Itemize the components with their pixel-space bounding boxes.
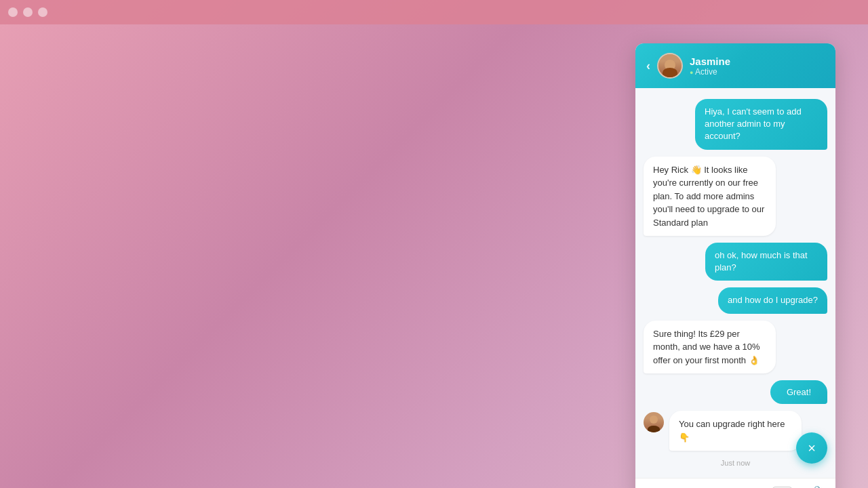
chat-input-area: GIF ☺ 📎 bbox=[635, 478, 835, 488]
message-bubble-agent-2: Sure thing! Its £29 per month, and we ha… bbox=[644, 321, 776, 374]
titlebar-dot-2 bbox=[23, 7, 33, 17]
great-button[interactable]: Great! bbox=[770, 380, 827, 404]
message-bubble-user-2: oh ok, how much is that plan? bbox=[705, 243, 827, 281]
message-timestamp: Just now bbox=[644, 459, 827, 467]
messages-container: Hiya, I can't seem to add another admin … bbox=[635, 88, 835, 478]
fab-close-button[interactable]: × bbox=[796, 432, 827, 464]
message-bubble-user-1: Hiya, I can't seem to add another admin … bbox=[695, 99, 827, 150]
titlebar bbox=[0, 0, 868, 24]
titlebar-dot-3 bbox=[38, 7, 47, 17]
agent-avatar bbox=[657, 53, 683, 79]
message-bubble-agent-1: Hey Rick 👋 It looks like you're currentl… bbox=[644, 157, 776, 237]
chat-header: ‹ Jasmine Active bbox=[635, 43, 835, 88]
agent-status: Active bbox=[690, 67, 825, 77]
message-bubble-agent-3: You can upgrade right here 👇 bbox=[669, 411, 802, 451]
emoji-icon[interactable]: ☺ bbox=[797, 486, 808, 488]
back-button[interactable]: ‹ bbox=[646, 59, 650, 73]
attachment-icon[interactable]: 📎 bbox=[814, 485, 827, 488]
input-icons: GIF ☺ 📎 bbox=[772, 485, 827, 488]
message-bubble-user-3: and how do I upgrade? bbox=[718, 287, 827, 313]
agent-info: Jasmine Active bbox=[690, 56, 825, 77]
chat-window: ‹ Jasmine Active Hiya, I can't seem to a… bbox=[635, 43, 835, 488]
agent-small-avatar bbox=[644, 412, 664, 432]
titlebar-dot-1 bbox=[8, 7, 18, 17]
agent-name: Jasmine bbox=[690, 56, 825, 67]
